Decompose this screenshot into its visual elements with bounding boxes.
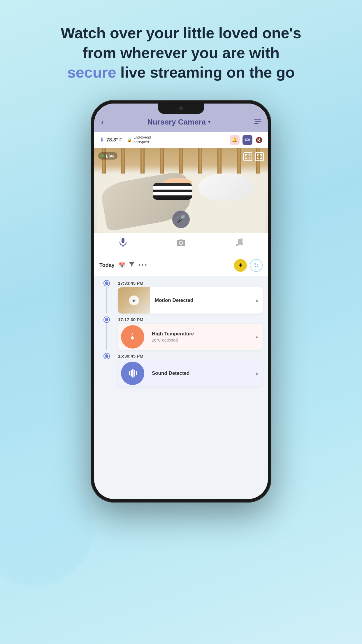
back-button[interactable]: ‹: [101, 118, 104, 127]
calendar-filter-button[interactable]: 📅: [119, 262, 125, 269]
microphone-button[interactable]: [119, 238, 127, 249]
funnel-filter-button[interactable]: [129, 262, 134, 268]
live-indicator: Live: [98, 152, 117, 160]
music-button[interactable]: [235, 238, 243, 249]
timeline-left-1: [99, 281, 114, 314]
event-time-1: 17:33:45 PM: [118, 281, 263, 286]
phone-screen: ‹ Nursery Camera ▾: [94, 104, 268, 499]
expand-icons: [243, 152, 264, 161]
action-bar: [94, 233, 268, 255]
event-time-2: 17:17:30 PM: [118, 317, 263, 322]
svg-rect-3: [122, 238, 124, 243]
sound-event-info: Sound Detected: [147, 366, 254, 380]
today-label: Today: [99, 262, 115, 268]
baby-torso: [153, 183, 192, 200]
collapse-icon-2[interactable]: ▲: [254, 334, 263, 340]
more-options-button[interactable]: • • •: [138, 262, 147, 268]
svg-rect-11: [134, 370, 135, 377]
timeline-header: Today 📅 • • • ✦ ↻: [94, 255, 268, 276]
camera-dropdown-icon[interactable]: ▾: [208, 119, 210, 125]
settings-button[interactable]: [254, 118, 261, 126]
svg-rect-9: [131, 370, 132, 377]
timeline-line-1: [106, 287, 107, 314]
count-badge: 800: [242, 135, 252, 145]
svg-rect-4: [122, 245, 123, 247]
svg-rect-12: [136, 371, 137, 375]
alert-bell-icon[interactable]: 🔔: [230, 135, 240, 145]
lock-icon: 🔒: [127, 138, 132, 142]
refresh-button[interactable]: ↻: [250, 259, 263, 272]
headline-text: Watch over your little loved one's from …: [61, 23, 301, 83]
star-button[interactable]: ✦: [234, 259, 247, 272]
svg-point-7: [240, 243, 243, 245]
svg-rect-8: [129, 371, 130, 375]
status-bar: 🌡 78.8° F 🔒 End-to-endencrypted 🔔 800 🔇: [94, 132, 268, 148]
timeline-left-3: [99, 354, 114, 386]
mic-button[interactable]: 🎤: [172, 211, 190, 228]
motion-event-info: Motion Detected: [150, 293, 254, 307]
motion-event-card[interactable]: ▶ Motion Detected ▲: [118, 287, 263, 314]
music-icon: [235, 238, 243, 249]
headline: Watch over your little loved one's from …: [37, 23, 324, 83]
svg-rect-2: [254, 123, 259, 124]
timeline-content-3: 16:30:45 PM: [118, 354, 263, 386]
sound-event-card[interactable]: Sound Detected ▲: [118, 360, 263, 386]
phone-frame: ‹ Nursery Camera ▾: [91, 100, 271, 503]
microphone-icon: [119, 238, 127, 249]
filter-icons: 📅 • • •: [119, 262, 147, 269]
volume-mute-icon[interactable]: 🔇: [255, 136, 263, 144]
motion-event-title: Motion Detected: [155, 298, 250, 303]
encryption-badge: 🔒 End-to-endencrypted: [127, 135, 151, 144]
timeline-dot-2: [104, 317, 109, 322]
temperature-event-title: High Temperature: [152, 331, 250, 337]
svg-rect-5: [121, 247, 125, 247]
headline-secure-word: secure: [67, 64, 116, 81]
crop-icon[interactable]: [243, 152, 252, 161]
headline-line1: Watch over your little loved one's: [61, 24, 301, 41]
motion-event-thumb: ▶: [118, 287, 150, 314]
camera-feed[interactable]: Live 🎤: [94, 148, 268, 233]
timeline-list: 17:33:45 PM ▶ Motion Detected ▲: [94, 276, 268, 499]
play-button[interactable]: ▶: [129, 295, 139, 305]
phone-mockup: ‹ Nursery Camera ▾: [91, 100, 271, 503]
fullscreen-icon[interactable]: [255, 152, 264, 161]
timeline-dot-1: [104, 281, 109, 286]
timeline-item-temperature: 17:17:30 PM 🌡 High Temperature 26°C dete…: [99, 317, 263, 350]
timeline-item-sound: 16:30:45 PM: [99, 354, 263, 386]
event-time-3: 16:30:45 PM: [118, 354, 263, 358]
screen-content: ‹ Nursery Camera ▾: [94, 104, 268, 499]
camera-title: Nursery Camera: [147, 118, 206, 127]
timeline-dot-3: [104, 354, 109, 359]
camera-icon: [176, 239, 186, 249]
camera-button[interactable]: [176, 239, 186, 249]
collapse-icon-1[interactable]: ▲: [254, 298, 263, 303]
timeline-line-2: [106, 323, 107, 350]
timeline-content-1: 17:33:45 PM ▶ Motion Detected ▲: [118, 281, 263, 314]
live-label: Live: [106, 153, 115, 158]
svg-rect-0: [254, 119, 261, 120]
temperature-value: 78.8° F: [106, 137, 122, 143]
timeline-item-motion: 17:33:45 PM ▶ Motion Detected ▲: [99, 281, 263, 314]
thermometer-icon: 🌡: [99, 137, 105, 143]
collapse-icon-3[interactable]: ▲: [254, 371, 263, 376]
live-dot: [101, 154, 104, 157]
temperature-icon: 🌡: [121, 325, 144, 349]
right-actions: ✦ ↻: [234, 259, 263, 272]
timeline-content-2: 17:17:30 PM 🌡 High Temperature 26°C dete…: [118, 317, 263, 350]
temperature-display: 🌡 78.8° F: [99, 137, 122, 143]
encrypted-label: End-to-endencrypted: [133, 135, 151, 144]
sound-icon: [121, 362, 144, 385]
temperature-event-card[interactable]: 🌡 High Temperature 26°C detected ▲: [118, 324, 263, 350]
temperature-event-subtitle: 26°C detected: [152, 338, 250, 342]
phone-notch: [158, 104, 204, 114]
svg-rect-10: [132, 369, 133, 378]
timeline-left-2: [99, 317, 114, 350]
headline-line2: from wherever you are with: [82, 44, 280, 61]
svg-rect-1: [255, 121, 261, 122]
sound-event-title: Sound Detected: [152, 370, 250, 376]
front-camera: [179, 106, 183, 110]
camera-title-row: Nursery Camera ▾: [147, 118, 210, 127]
temperature-event-info: High Temperature 26°C detected: [147, 327, 254, 346]
status-icons: 🔔 800 🔇: [230, 135, 263, 145]
baby-figure: [146, 178, 212, 211]
